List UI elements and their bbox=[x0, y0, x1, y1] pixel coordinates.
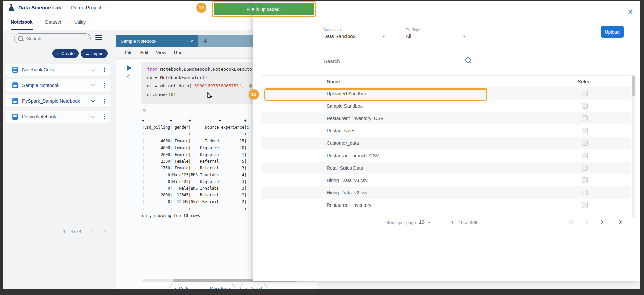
menu-item[interactable]: File bbox=[125, 50, 133, 55]
file-name: Sample Sandbox bbox=[327, 103, 582, 109]
name-column-header: Name bbox=[327, 79, 340, 84]
table-row[interactable]: Restaurent_inventory bbox=[261, 199, 631, 211]
row-checkbox[interactable] bbox=[582, 128, 588, 133]
nav-tab[interactable]: Notebook bbox=[11, 14, 33, 30]
notebook-list-item[interactable]: Demo Notebook bbox=[5, 111, 111, 123]
scrollbar-thumb[interactable] bbox=[632, 75, 635, 96]
notebook-icon bbox=[12, 82, 18, 88]
first-page-icon[interactable] bbox=[568, 218, 576, 226]
menu-item[interactable]: Run bbox=[174, 50, 183, 55]
plus-icon: + bbox=[56, 51, 59, 56]
items-per-page-select[interactable]: 10 bbox=[419, 219, 431, 225]
kebab-menu-icon[interactable] bbox=[104, 67, 105, 69]
notebook-list-item[interactable]: PySpark_Sample Notebook bbox=[5, 95, 111, 107]
kebab-menu-icon[interactable] bbox=[104, 99, 105, 100]
menu-item[interactable]: Edit bbox=[140, 50, 148, 55]
code-line: df.show(10) bbox=[147, 90, 252, 99]
file-table-header: Name Select bbox=[261, 75, 631, 87]
nav-tab-label: Utility bbox=[74, 19, 86, 25]
step-badge-11: 11 bbox=[249, 89, 259, 99]
close-output-icon[interactable]: × bbox=[142, 106, 146, 113]
row-checkbox[interactable] bbox=[582, 190, 588, 195]
output-note: only showing top 10 rows bbox=[142, 213, 200, 218]
prev-page-icon[interactable] bbox=[583, 218, 591, 226]
menu-toggle-icon[interactable] bbox=[95, 35, 102, 41]
add-cell-button-label: Assist bbox=[250, 286, 262, 289]
table-row[interactable]: Sample Sandbox bbox=[261, 100, 631, 112]
sidebar-pagination: 1 – 4 of 4 ‹ › bbox=[4, 228, 111, 235]
table-row[interactable]: Restaurent_inventory_CSV bbox=[261, 112, 631, 124]
file-search bbox=[323, 54, 473, 67]
row-checkbox[interactable] bbox=[582, 140, 588, 146]
close-tab-icon[interactable]: × bbox=[190, 38, 193, 44]
create-button[interactable]: +Create bbox=[52, 49, 79, 58]
add-cell-button-label: Code bbox=[179, 286, 189, 289]
output-line: | 0| Male|BMS Innolabs| 3| bbox=[142, 185, 249, 192]
import-button[interactable]: ☁Import bbox=[81, 49, 108, 58]
next-page-icon[interactable] bbox=[598, 218, 606, 226]
kebab-menu-icon[interactable] bbox=[104, 114, 105, 116]
file-name: Restaurant_branch_CSV bbox=[327, 153, 582, 158]
menu-item[interactable]: View bbox=[156, 50, 166, 55]
data-source-select[interactable]: Data source Data Sandbox bbox=[323, 28, 389, 42]
file-name: Retail Sales Data bbox=[327, 165, 582, 171]
chevron-down-icon[interactable] bbox=[91, 83, 95, 86]
sidebar: +Create ☁Import Notebook Cells Sample No… bbox=[4, 31, 115, 289]
file-browser-panel: × Upload Data source Data Sandbox File T… bbox=[253, 1, 640, 281]
table-row[interactable]: Retail Sales Data bbox=[261, 162, 631, 174]
chevron-down-icon[interactable] bbox=[91, 114, 95, 118]
plus-icon: + bbox=[205, 286, 208, 289]
prev-page-icon[interactable]: ‹ bbox=[91, 228, 94, 235]
data-source-label: Data source bbox=[323, 28, 389, 32]
upload-button[interactable]: Upload bbox=[601, 26, 624, 38]
notebook-tab[interactable]: Sample Notebook × bbox=[116, 35, 198, 47]
row-checkbox[interactable] bbox=[582, 177, 588, 183]
notebook-icon bbox=[12, 98, 18, 104]
last-page-icon[interactable] bbox=[616, 218, 625, 226]
output-line: | 2300| Female| Referral| 5| bbox=[142, 158, 249, 165]
chevron-down-icon[interactable] bbox=[91, 98, 95, 102]
add-cell-button[interactable]: +Assist bbox=[240, 284, 267, 289]
file-search-input[interactable] bbox=[323, 58, 459, 64]
file-type-select[interactable]: File Type All bbox=[406, 28, 470, 42]
row-checkbox[interactable] bbox=[582, 165, 588, 171]
row-checkbox[interactable] bbox=[582, 115, 588, 121]
output-line: +-----------+-------+------------+------… bbox=[142, 131, 249, 137]
output-line: |usd_billing| gender| source|experience|… bbox=[142, 124, 249, 131]
table-row[interactable]: Restau_sales bbox=[261, 124, 631, 137]
nav-tab[interactable]: Dataset bbox=[45, 14, 61, 30]
row-checkbox[interactable] bbox=[582, 153, 588, 158]
sidebar-search-input[interactable] bbox=[26, 36, 87, 41]
data-source-value: Data Sandbox bbox=[323, 33, 389, 39]
add-tab-icon[interactable]: + bbox=[203, 38, 208, 45]
annotation-toast-highlight: File is uploaded. bbox=[212, 1, 316, 17]
add-cell-button[interactable]: +Code bbox=[169, 284, 194, 289]
create-button-label: Create bbox=[61, 51, 75, 56]
notebook-list-item[interactable]: Sample Notebook bbox=[5, 79, 111, 92]
table-row[interactable]: Customer_data bbox=[261, 137, 631, 149]
file-table-rows: Uploaded Sandbox Sample Sandbox Restaure… bbox=[261, 87, 631, 211]
row-checkbox[interactable] bbox=[582, 103, 588, 109]
paginator-range: 1 – 10 of 366 bbox=[451, 220, 477, 225]
row-checkbox[interactable] bbox=[582, 91, 588, 96]
next-page-icon[interactable]: › bbox=[104, 228, 106, 235]
code-line: nb = NotebookExecutor() bbox=[147, 73, 252, 82]
add-cell-button[interactable]: +Markdown bbox=[200, 284, 235, 289]
chevron-down-icon[interactable] bbox=[91, 67, 95, 71]
run-cell-icon[interactable] bbox=[127, 65, 132, 71]
kebab-menu-icon[interactable] bbox=[104, 83, 105, 84]
table-row[interactable]: Hiring_Data_v2.csv bbox=[261, 186, 631, 199]
notebook-item-label: Demo Notebook bbox=[22, 114, 92, 119]
nav-tab-label: Notebook bbox=[11, 19, 33, 25]
table-row[interactable]: Hiring_Data_v3.csv bbox=[261, 174, 631, 186]
notebook-icon bbox=[12, 114, 18, 120]
project-name: Demo Project bbox=[71, 5, 101, 10]
table-row[interactable]: Restaurant_branch_CSV bbox=[261, 149, 631, 162]
row-checkbox[interactable] bbox=[582, 202, 588, 208]
notebook-list-item[interactable]: Notebook Cells bbox=[5, 64, 111, 76]
toast-message: File is uploaded. bbox=[214, 3, 314, 15]
close-panel-icon[interactable]: × bbox=[628, 8, 633, 17]
sidebar-search[interactable] bbox=[14, 33, 91, 43]
mouse-cursor bbox=[207, 92, 213, 100]
nav-tab[interactable]: Utility bbox=[74, 14, 86, 30]
